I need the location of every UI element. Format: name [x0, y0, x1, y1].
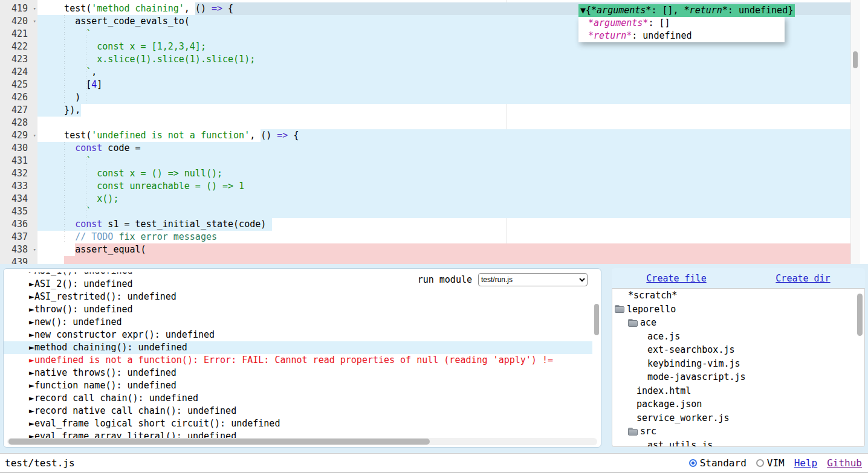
results-horizontal-scrollbar-thumb[interactable] — [8, 439, 430, 445]
tree-item-keybinding-vim-js[interactable]: keybinding-vim.js — [612, 357, 864, 371]
fold-marker-icon[interactable]: ▾ — [33, 2, 36, 15]
editor-line-430[interactable]: 430 const code = — [0, 142, 850, 155]
result-item[interactable]: ►eval_frame logical short circuit(): und… — [4, 417, 592, 430]
code-text[interactable]: `, — [37, 66, 850, 79]
editor-scrollbar-thumb[interactable] — [853, 51, 858, 68]
test-results-panel[interactable]: run module test/run.js ►ASI_1(): undefin… — [3, 268, 601, 448]
results-vertical-scrollbar-thumb[interactable] — [594, 304, 599, 335]
line-number: 423 — [0, 53, 37, 66]
editor-line-438[interactable]: 438▾ assert_equal( — [0, 243, 850, 256]
radio-label: VIM — [767, 457, 785, 469]
result-item[interactable]: ►function name(): undefined — [4, 379, 592, 392]
code-text[interactable]: // TODO fix error messages — [37, 231, 850, 243]
tree-item-ext-searchbox-js[interactable]: ext-searchbox.js — [612, 343, 864, 357]
editor-line-432[interactable]: 432 const x = () => null(); — [0, 167, 850, 180]
editor-line-434[interactable]: 434 x(); — [0, 193, 850, 205]
fold-marker-icon[interactable]: ▾ — [33, 129, 36, 142]
code-text[interactable]: const x = [1,2,3,4]; — [37, 40, 850, 53]
fold-marker-icon[interactable]: ▾ — [33, 15, 36, 28]
line-number: 426 — [0, 91, 37, 104]
tree-item-ast-utils-js[interactable]: ast_utils.js — [612, 439, 864, 448]
result-item[interactable]: ►record native call chain(): undefined — [4, 405, 592, 417]
code-text[interactable]: x(); — [37, 193, 850, 205]
fold-marker-icon[interactable]: ▾ — [33, 243, 36, 256]
radio-standard[interactable]: Standard — [689, 457, 747, 469]
editor-line-422[interactable]: 422 const x = [1,2,3,4]; — [0, 40, 850, 53]
tree-item--scratch-[interactable]: *scratch* — [612, 289, 864, 303]
editor-line-425[interactable]: 425 [4] — [0, 79, 850, 91]
result-item[interactable]: ►new constructor expr(): undefined — [4, 329, 592, 341]
line-number: 439 — [0, 256, 37, 264]
editor-line-439[interactable]: 439 — [0, 256, 850, 264]
code-text[interactable]: ) — [37, 91, 850, 104]
code-text[interactable]: ` — [37, 155, 850, 167]
file-tree-scrollbar-thumb[interactable] — [857, 294, 863, 336]
current-file-path: test/test.js — [0, 457, 75, 469]
status-bar-controls: StandardVIMHelpGithub — [689, 457, 868, 469]
tree-item-mode-javascript-js[interactable]: mode-javascript.js — [612, 370, 864, 384]
editor-line-423[interactable]: 423 x.slice(1).slice(1).slice(1); — [0, 53, 850, 66]
line-number: 420▾ — [0, 15, 37, 28]
result-item[interactable]: ►method chaining(): undefined — [4, 341, 592, 354]
code-text[interactable]: const x = () => null(); — [37, 167, 850, 180]
editor-scrollbar[interactable] — [850, 0, 860, 264]
tree-item-package-json[interactable]: package.json — [612, 397, 864, 411]
code-editor[interactable]: 419▾ test('method chaining', () => {420▾… — [0, 0, 868, 264]
value-inspector-tooltip[interactable]: ▼{*arguments*: [], *return*: undefined} … — [578, 4, 795, 42]
tree-item-leporello[interactable]: leporello — [612, 303, 864, 317]
code-text[interactable]: x.slice(1).slice(1).slice(1); — [37, 53, 850, 66]
editor-line-427[interactable]: 427 }), — [0, 104, 850, 117]
create-file-link[interactable]: Create file — [646, 273, 706, 284]
tooltip-row[interactable]: *arguments*: [] — [583, 17, 785, 30]
status-bar: test/test.js StandardVIMHelpGithub — [0, 453, 868, 473]
tooltip-row[interactable]: *return*: undefined — [583, 30, 785, 42]
line-number: 425 — [0, 79, 37, 91]
line-number: 434 — [0, 193, 37, 205]
tooltip-header[interactable]: ▼{*arguments*: [], *return*: undefined} — [578, 4, 795, 17]
tree-item-ace[interactable]: ace — [612, 316, 864, 330]
github-link[interactable]: Github — [827, 457, 862, 469]
code-text[interactable]: }), — [37, 104, 850, 117]
result-item[interactable]: ►ASI_restrited(): undefined — [4, 291, 592, 303]
result-item[interactable]: ►record call chain(): undefined — [4, 392, 592, 405]
editor-line-436[interactable]: 436 const s1 = test_initial_state(code) — [0, 218, 850, 231]
editor-line-437[interactable]: 437 // TODO fix error messages — [0, 231, 850, 243]
line-number: 419▾ — [0, 2, 37, 15]
code-text[interactable]: const unreachable = () => 1 — [37, 180, 850, 193]
code-text[interactable]: test('undefined is not a function', () =… — [37, 129, 850, 142]
code-text[interactable]: const s1 = test_initial_state(code) — [37, 218, 850, 231]
results-horizontal-scrollbar[interactable] — [7, 438, 597, 445]
tree-item-service-worker-js[interactable]: service_worker.js — [612, 411, 864, 425]
run-module-select[interactable]: test/run.js — [478, 273, 588, 286]
editor-line-429[interactable]: 429▾ test('undefined is not a function',… — [0, 129, 850, 142]
result-item[interactable]: ►native throws(): undefined — [4, 367, 592, 379]
editor-line-431[interactable]: 431 ` — [0, 155, 850, 167]
radio-vim[interactable]: VIM — [756, 457, 785, 469]
line-number: 430 — [0, 142, 37, 155]
tree-item-index-html[interactable]: index.html — [612, 384, 864, 398]
file-panel-header: Create file Create dir — [612, 268, 865, 288]
code-text[interactable]: assert_equal( — [37, 243, 850, 256]
create-dir-link[interactable]: Create dir — [776, 273, 830, 284]
code-text[interactable]: [4] — [37, 79, 850, 91]
result-item[interactable]: ►new(): undefined — [4, 316, 592, 329]
radio-label: Standard — [700, 457, 747, 469]
folder-icon — [628, 319, 638, 327]
tree-item-ace-js[interactable]: ace.js — [612, 330, 864, 344]
editor-line-428[interactable]: 428 — [0, 117, 850, 129]
test-results-list[interactable]: ►ASI_1(): undefined►ASI_2(): undefined►A… — [4, 272, 592, 443]
editor-line-435[interactable]: 435 ` — [0, 205, 850, 218]
run-module-control: run module test/run.js — [418, 273, 588, 286]
help-link[interactable]: Help — [794, 457, 818, 469]
file-tree[interactable]: *scratch*leporelloaceace.jsext-searchbox… — [612, 288, 865, 447]
tree-item-src[interactable]: src — [612, 425, 864, 439]
editor-line-424[interactable]: 424 `, — [0, 66, 850, 79]
editor-line-433[interactable]: 433 const unreachable = () => 1 — [0, 180, 850, 193]
code-text[interactable]: ` — [37, 205, 850, 218]
result-item[interactable]: ►undefined is not a function(): Error: F… — [4, 354, 592, 367]
folder-icon — [628, 428, 638, 436]
line-number: 437 — [0, 231, 37, 243]
result-item[interactable]: ►throw(): undefined — [4, 303, 592, 316]
code-text[interactable]: const code = — [37, 142, 850, 155]
editor-line-426[interactable]: 426 ) — [0, 91, 850, 104]
